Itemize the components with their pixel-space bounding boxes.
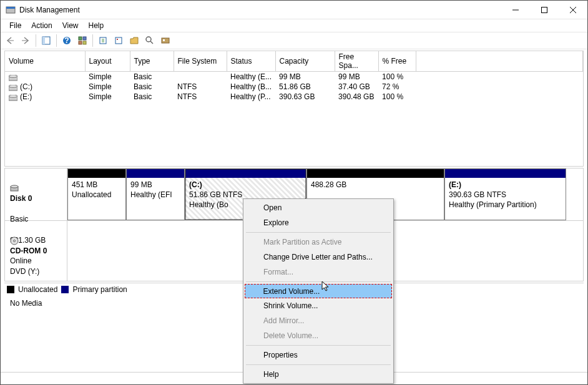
col-capacity[interactable]: Capacity (275, 51, 335, 72)
svg-point-29 (14, 240, 16, 241)
title-bar: Disk Management (1, 1, 587, 19)
col-layout[interactable]: Layout (85, 51, 130, 72)
maximize-button[interactable] (530, 1, 559, 19)
show-hide-console-tree-button[interactable] (39, 34, 53, 47)
column-headers: Volume Layout Type File System Status Ca… (5, 51, 583, 72)
svg-line-17 (150, 41, 153, 44)
ctx-delete-volume: Delete Volume... (245, 328, 392, 343)
svg-point-25 (9, 95, 17, 97)
svg-rect-19 (163, 39, 165, 41)
legend-primary-label: Primary partition (72, 285, 127, 294)
properties-toolbar-button[interactable] (76, 34, 89, 47)
legend-unallocated-label: Unallocated (18, 285, 57, 294)
volume-row[interactable]: (E:)SimpleBasicNTFSHealthy (P...390.63 G… (5, 92, 583, 102)
col-type[interactable]: Type (130, 51, 174, 72)
menu-file[interactable]: File (4, 20, 26, 31)
open-button[interactable] (127, 34, 141, 47)
ctx-explore[interactable]: Explore (245, 215, 392, 230)
svg-point-23 (9, 85, 17, 87)
col-status[interactable]: Status (227, 51, 275, 72)
legend-unallocated-swatch (7, 286, 14, 293)
back-button[interactable] (3, 34, 17, 47)
volume-row[interactable]: (C:)SimpleBasicNTFSHealthy (B...51.86 GB… (5, 82, 583, 92)
app-icon (6, 5, 16, 15)
ctx-properties[interactable]: Properties (245, 348, 392, 363)
svg-rect-1 (6, 7, 15, 9)
col-pctfree[interactable]: % Free (378, 51, 416, 72)
svg-point-21 (9, 75, 17, 77)
volume-list: Volume Layout Type File System Status Ca… (4, 51, 584, 167)
drive-icon (9, 94, 17, 100)
ctx-mark-active: Mark Partition as Active (245, 235, 392, 250)
svg-rect-12 (79, 41, 82, 44)
svg-point-27 (11, 185, 18, 188)
svg-point-16 (146, 37, 151, 42)
svg-rect-7 (42, 37, 45, 44)
forward-button[interactable] (19, 34, 32, 47)
svg-rect-10 (79, 37, 82, 40)
menu-action[interactable]: Action (26, 20, 57, 31)
cdrom-label[interactable]: CD-ROM 0 DVD (Y:) No Media (5, 221, 67, 281)
svg-rect-11 (83, 37, 86, 40)
ctx-format: Format... (245, 265, 392, 280)
col-filesystem[interactable]: File System (174, 51, 227, 72)
svg-rect-18 (162, 38, 169, 43)
svg-text:?: ? (64, 36, 69, 45)
context-menu: Open Explore Mark Partition as Active Ch… (243, 198, 394, 384)
minimize-button[interactable] (501, 1, 530, 19)
ctx-shrink-volume[interactable]: Shrink Volume... (245, 298, 392, 313)
volume-row[interactable]: SimpleBasicHealthy (E...99 MB99 MB100 % (5, 72, 583, 82)
disk-icon (10, 183, 19, 192)
drive-icon (9, 74, 17, 80)
menu-view[interactable]: View (57, 20, 84, 31)
cdrom-icon (10, 236, 19, 245)
partition[interactable]: 99 MB Healthy (EFI (126, 168, 185, 220)
toolbar: ? (1, 32, 587, 49)
legend-primary-swatch (61, 286, 69, 293)
settings-button[interactable] (143, 34, 157, 47)
col-freespace[interactable]: Free Spa... (335, 51, 378, 72)
rescan-disks-button[interactable] (112, 34, 125, 47)
col-volume[interactable]: Volume (5, 51, 85, 72)
window-title: Disk Management (19, 6, 501, 14)
svg-rect-3 (542, 7, 547, 12)
ctx-extend-volume[interactable]: Extend Volume... (245, 284, 392, 298)
ctx-add-mirror: Add Mirror... (245, 313, 392, 328)
help-button[interactable]: ? (60, 34, 74, 47)
svg-rect-13 (83, 41, 86, 44)
partition[interactable]: (E:) 390.63 GB NTFS Healthy (Primary Par… (444, 168, 566, 220)
drive-icon (9, 84, 17, 90)
svg-rect-15 (115, 37, 122, 44)
refresh-button[interactable] (96, 34, 110, 47)
ctx-open[interactable]: Open (245, 200, 392, 215)
action-button[interactable] (159, 34, 172, 47)
ctx-help[interactable]: Help (245, 367, 392, 382)
menu-bar: File Action View Help (1, 19, 587, 32)
menu-help[interactable]: Help (84, 20, 109, 31)
disk-0-label[interactable]: Disk 0 Basic 931.30 GB Online (5, 168, 67, 220)
ctx-change-letter[interactable]: Change Drive Letter and Paths... (245, 250, 392, 265)
partition[interactable]: 451 MB Unallocated (67, 168, 126, 220)
close-button[interactable] (559, 1, 587, 19)
